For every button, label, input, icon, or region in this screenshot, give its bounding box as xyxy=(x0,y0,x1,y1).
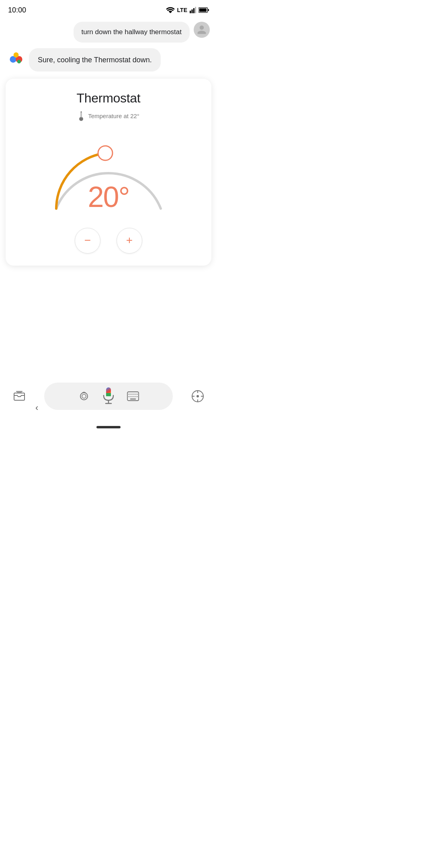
microphone-button[interactable] xyxy=(100,387,117,405)
back-button[interactable]: ‹ xyxy=(35,403,38,413)
svg-rect-5 xyxy=(208,9,209,11)
svg-rect-2 xyxy=(193,8,194,13)
thermostat-title: Thermostat xyxy=(77,91,141,106)
svg-point-17 xyxy=(82,394,86,398)
home-indicator xyxy=(96,426,121,428)
temp-at-label: Temperature at 22° xyxy=(88,113,139,119)
svg-rect-0 xyxy=(190,11,191,13)
svg-rect-6 xyxy=(199,8,207,12)
signal-icon xyxy=(190,7,196,13)
compass-icon[interactable] xyxy=(190,389,205,403)
status-icons: LTE xyxy=(166,7,209,13)
nav-row xyxy=(0,383,217,410)
assistant-row: Sure, cooling the Thermostat down. xyxy=(7,48,210,72)
svg-point-16 xyxy=(80,393,88,400)
chat-area: turn down the hallway thermostat Sure, c… xyxy=(0,18,217,76)
svg-point-35 xyxy=(197,395,199,397)
svg-point-10 xyxy=(17,59,21,63)
lte-label: LTE xyxy=(177,7,187,13)
svg-point-12 xyxy=(79,117,83,121)
svg-point-14 xyxy=(98,146,113,160)
thermostat-controls: − + xyxy=(75,228,142,254)
thermometer-icon xyxy=(78,111,85,121)
thermostat-temp-value: 20° xyxy=(88,180,129,213)
assistant-bubble: Sure, cooling the Thermostat down. xyxy=(29,48,161,72)
user-avatar xyxy=(194,22,210,38)
status-bar: 10:00 LTE xyxy=(0,0,217,18)
minus-icon: − xyxy=(84,235,91,246)
svg-rect-21 xyxy=(106,393,111,396)
thermostat-temp-label: Temperature at 22° xyxy=(78,111,139,121)
home-bar xyxy=(96,426,121,428)
svg-rect-3 xyxy=(195,7,196,13)
status-time: 10:00 xyxy=(8,6,26,14)
lens-icon[interactable] xyxy=(78,390,90,402)
plus-icon: + xyxy=(126,235,133,246)
thermostat-dial: 20° xyxy=(44,128,173,217)
input-bar xyxy=(44,383,173,410)
svg-rect-13 xyxy=(81,113,81,118)
increase-temp-button[interactable]: + xyxy=(117,228,142,254)
battery-icon xyxy=(199,7,209,13)
decrease-temp-button[interactable]: − xyxy=(75,228,100,254)
user-message-row: turn down the hallway thermostat xyxy=(7,22,210,43)
bottom-area xyxy=(0,377,217,410)
thermostat-card: Thermostat Temperature at 22° 20° − + xyxy=(6,79,211,266)
svg-rect-1 xyxy=(191,9,192,13)
keyboard-icon[interactable] xyxy=(127,390,139,402)
svg-point-9 xyxy=(14,52,19,57)
google-assistant-logo xyxy=(7,49,25,67)
wifi-icon xyxy=(166,7,175,13)
user-bubble: turn down the hallway thermostat xyxy=(74,22,190,43)
inbox-icon[interactable] xyxy=(12,389,27,403)
